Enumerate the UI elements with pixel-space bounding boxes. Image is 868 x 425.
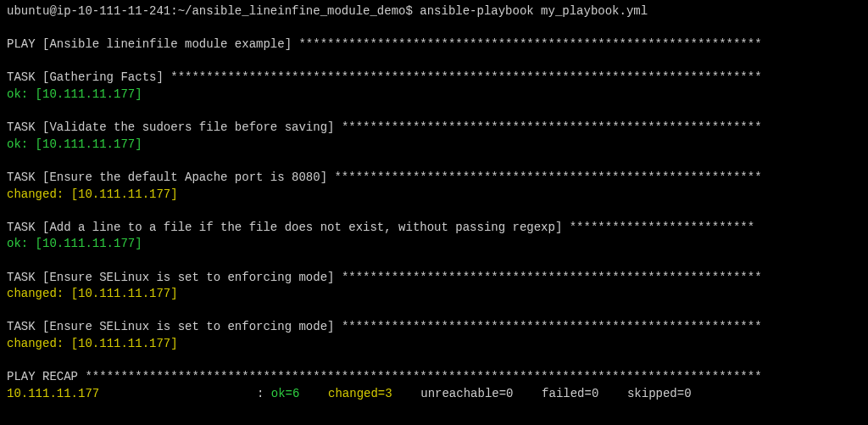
blank-line xyxy=(7,253,861,270)
play-header: PLAY [Ansible lineinfile module example]… xyxy=(7,36,861,53)
play-recap-header: PLAY RECAP *****************************… xyxy=(7,369,861,386)
task-header: TASK [Validate the sudoers file before s… xyxy=(7,120,861,137)
task-stars: ****************************************… xyxy=(334,171,761,184)
blank-line xyxy=(7,303,861,320)
play-label: PLAY [Ansible lineinfile module example] xyxy=(7,37,298,51)
task-stars: ****************************************… xyxy=(342,120,762,134)
recap-label: PLAY RECAP xyxy=(7,370,85,383)
task-status-line: ok: [10.111.11.177] xyxy=(7,87,861,103)
recap-unreachable: unreachable=0 xyxy=(420,387,513,400)
blank-line xyxy=(7,153,861,170)
status-prefix: changed: xyxy=(7,287,71,300)
task-header: TASK [Ensure SELinux is set to enforcing… xyxy=(7,319,861,336)
play-stars: ****************************************… xyxy=(298,37,761,51)
task-status-line: changed: [10.111.11.177] xyxy=(7,187,861,204)
task-host: [10.111.11.177] xyxy=(71,187,178,201)
task-header: TASK [Ensure SELinux is set to enforcing… xyxy=(7,270,861,287)
blank-line xyxy=(7,103,861,120)
task-status-line: changed: [10.111.11.177] xyxy=(7,286,861,303)
task-label: TASK [Gathering Facts] xyxy=(7,70,170,84)
task-stars: ****************************************… xyxy=(342,320,762,333)
task-header: TASK [Add a line to a file if the file d… xyxy=(7,220,861,237)
task-status-line: ok: [10.111.11.177] xyxy=(7,236,861,253)
status-prefix: changed: xyxy=(7,337,71,350)
blank-line xyxy=(7,53,861,70)
task-host: [10.111.11.177] xyxy=(36,237,142,250)
recap-failed: failed=0 xyxy=(542,387,598,400)
task-host: [10.111.11.177] xyxy=(36,87,142,101)
blank-line xyxy=(7,20,861,37)
task-stars: ************************** xyxy=(570,221,754,234)
task-host: [10.111.11.177] xyxy=(36,137,142,151)
recap-separator: : xyxy=(257,387,271,400)
recap-host: 10.111.11.177 xyxy=(7,386,257,403)
task-header: TASK [Gathering Facts] *****************… xyxy=(7,70,861,87)
status-prefix: changed: xyxy=(7,187,71,201)
blank-line xyxy=(7,352,861,369)
task-stars: ****************************************… xyxy=(342,271,762,284)
recap-stars: ****************************************… xyxy=(85,370,761,383)
task-status-line: ok: [10.111.11.177] xyxy=(7,137,861,154)
recap-changed: changed=3 xyxy=(328,387,392,400)
task-label: TASK [Ensure the default Apache port is … xyxy=(7,171,334,184)
task-stars: ****************************************… xyxy=(170,70,761,84)
blank-line xyxy=(7,203,861,220)
task-label: TASK [Ensure SELinux is set to enforcing… xyxy=(7,320,342,333)
status-prefix: ok: xyxy=(7,137,36,151)
task-host: [10.111.11.177] xyxy=(71,337,178,350)
shell-prompt: ubuntu@ip-10-111-11-241:~/ansible_linein… xyxy=(7,3,861,20)
task-label: TASK [Ensure SELinux is set to enforcing… xyxy=(7,271,342,284)
play-recap-line: 10.111.11.177: ok=6 changed=3 unreachabl… xyxy=(7,386,861,403)
task-label: TASK [Add a line to a file if the file d… xyxy=(7,221,570,234)
task-host: [10.111.11.177] xyxy=(71,287,178,300)
status-prefix: ok: xyxy=(7,237,36,250)
task-status-line: changed: [10.111.11.177] xyxy=(7,336,861,353)
task-label: TASK [Validate the sudoers file before s… xyxy=(7,120,342,134)
recap-skipped: skipped=0 xyxy=(627,387,692,400)
status-prefix: ok: xyxy=(7,87,36,101)
recap-ok: ok=6 xyxy=(271,387,300,400)
task-header: TASK [Ensure the default Apache port is … xyxy=(7,170,861,187)
